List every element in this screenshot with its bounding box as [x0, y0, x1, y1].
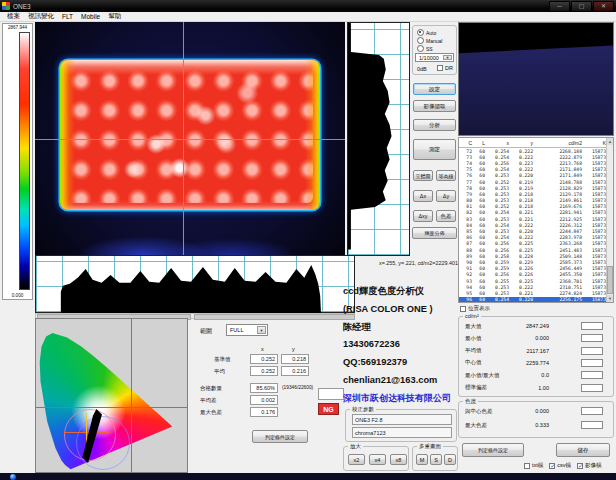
table-row[interactable]: 92600.2560.2262455.35015873 [459, 272, 613, 278]
table-row[interactable]: 83600.2530.2212212.92515873 [459, 216, 613, 222]
contact-line-5: chenlian21@163.com [343, 372, 461, 390]
menu-item-3[interactable]: Mobile [77, 13, 104, 20]
contour-button[interactable]: 等高線 [436, 170, 456, 181]
table-cell: 0.223 [509, 161, 533, 166]
zoom-x4-button[interactable]: x4 [369, 454, 386, 465]
checkbox-icon[interactable]: ✓ [577, 463, 583, 469]
zoom-x8-button[interactable]: x8 [390, 454, 407, 465]
table-row[interactable]: 75600.2540.2222171.84915873 [459, 167, 613, 173]
minimize-button[interactable]: ─ [549, 1, 570, 12]
checkbox-icon[interactable] [524, 463, 530, 469]
zoom-x2-button[interactable]: x2 [348, 454, 365, 465]
table-cell: 15873 [582, 248, 606, 253]
radio-icon[interactable] [417, 29, 424, 36]
range-select[interactable]: FULL ▼ [226, 324, 268, 336]
lum-dist-button[interactable]: 輝度分佈 [412, 227, 457, 239]
table-row[interactable]: 89600.2580.2282509.14815873 [459, 253, 613, 259]
table-row[interactable]: 82600.2540.2212281.94115873 [459, 210, 613, 216]
stat-row-0: 最大值2847.249 [465, 321, 607, 331]
maximize-button[interactable]: ▢ [571, 1, 592, 12]
set-button[interactable]: 設定 [413, 83, 456, 95]
shutter-select[interactable]: 1/10000 ▼ [415, 53, 454, 62]
color-diff-button[interactable]: 色差 [436, 210, 456, 222]
close-button[interactable]: ✕ [593, 1, 614, 12]
table-row[interactable]: 96600.2540.2202256.17515873 [459, 297, 613, 303]
table-row[interactable]: 87600.2560.2252363.26815873 [459, 241, 613, 247]
chroma-stats-group: 色度 與中心色差0.000最大色差0.333 [458, 401, 614, 438]
radio-icon[interactable] [417, 37, 424, 44]
table-row[interactable]: 80600.2530.2182149.86115873 [459, 198, 613, 204]
multi-m-button[interactable]: M [416, 454, 428, 465]
menu-item-0[interactable]: 檔案 [3, 12, 24, 21]
file-option-0[interactable]: txt檔 [524, 462, 543, 469]
exposure-mode-ss[interactable]: SS [417, 45, 433, 52]
exposure-mode-manual[interactable]: Manual [417, 37, 442, 44]
scrollbar-thumb[interactable] [607, 266, 613, 294]
measure-button[interactable]: 測定 [413, 139, 456, 160]
max-diff-field: 0.176 [250, 407, 278, 417]
table-row[interactable]: 81600.2520.2182169.67615873 [459, 204, 613, 210]
table-cell: 60 [472, 248, 485, 253]
delta-y-button[interactable]: Δy [436, 190, 456, 202]
crosshair-horizontal[interactable] [35, 139, 345, 140]
table-row[interactable]: 90600.2590.2292585.37315873 [459, 259, 613, 265]
table-cell: 0.258 [485, 254, 509, 259]
table-scrollbar[interactable]: ▲ ▼ [606, 138, 613, 302]
judge-settings-button-center[interactable]: 判定條件設定 [252, 430, 308, 443]
file-option-2[interactable]: ✓影像檔 [577, 462, 602, 469]
table-cell: 2244.847 [533, 229, 582, 234]
table-row[interactable]: 88600.2560.2252451.48315873 [459, 247, 613, 253]
table-row[interactable]: 72600.2540.2222268.18815873 [459, 148, 613, 154]
table-row[interactable]: 77600.2520.2192148.78815873 [459, 179, 613, 185]
table-row[interactable]: 85600.2530.2202244.84715873 [459, 228, 613, 234]
taskbar [0, 473, 616, 480]
table-row[interactable]: 94600.2530.2222310.75115873 [459, 284, 613, 290]
position-display-checkbox[interactable]: 位置表示 [460, 305, 490, 312]
multi-d-button[interactable]: D [444, 454, 456, 465]
analyze-button[interactable]: 分析 [413, 119, 456, 131]
calibration-group: 校正參數 ONE3 F2.8 chroma7123 [345, 409, 457, 442]
dr-checkbox[interactable]: DR [437, 65, 453, 71]
table-cell: 15873 [582, 149, 606, 154]
table-row[interactable]: 91600.2590.2262456.44915873 [459, 266, 613, 272]
table-row[interactable]: 86600.2540.2222283.97815873 [459, 235, 613, 241]
table-row[interactable]: 76600.2530.2202171.84915873 [459, 173, 613, 179]
table-cell: 60 [472, 272, 485, 277]
stat-value: 0.333 [535, 422, 549, 428]
checkbox-icon[interactable]: ✓ [549, 463, 555, 469]
table-row[interactable]: 79600.2530.2182129.17815873 [459, 191, 613, 197]
radio-icon[interactable] [417, 45, 424, 52]
table-cell: 0.222 [509, 285, 533, 290]
menu-item-4[interactable]: 幫助 [104, 12, 125, 21]
lum-stats-title: cd/m² [463, 313, 481, 319]
save-button[interactable]: 儲存 [556, 443, 610, 457]
title-bar[interactable]: ONE3 ─ ▢ ✕ [0, 0, 616, 12]
calibration-field-2[interactable]: chroma7123 [352, 427, 452, 438]
scroll-up-icon[interactable]: ▲ [607, 138, 613, 145]
position-display-label: 位置表示 [468, 305, 490, 312]
menu-item-1[interactable]: 視訊變化 [24, 12, 58, 21]
table-row[interactable]: 95600.2530.2212274.82415873 [459, 290, 613, 296]
luminance-heatmap[interactable] [35, 22, 345, 255]
table-row[interactable]: 74600.2560.2232213.76815873 [459, 160, 613, 166]
ref-x-field[interactable]: 0.252 [250, 354, 278, 364]
table-row[interactable]: 78600.2530.2192128.82915873 [459, 185, 613, 191]
delta-x-button[interactable]: Δx [413, 190, 433, 202]
file-option-1[interactable]: ✓csv檔 [549, 462, 571, 469]
multi-s-button[interactable]: S [430, 454, 442, 465]
scroll-down-icon[interactable]: ▼ [607, 295, 613, 302]
menu-item-2[interactable]: FLT [58, 13, 77, 20]
table-row[interactable]: 84600.2540.2222226.31215873 [459, 222, 613, 228]
ref-y-field[interactable]: 0.218 [281, 354, 309, 364]
exposure-mode-auto[interactable]: Auto [417, 29, 436, 36]
pass-count-field: 85.60% [250, 383, 278, 393]
delta-xy-button[interactable]: Δxy [413, 210, 433, 222]
map3d-button[interactable]: 立體圖 [413, 170, 433, 181]
judge-settings-button-right[interactable]: 判定條件設定 [462, 443, 524, 457]
capture-button[interactable]: 影像擷取 [413, 100, 456, 112]
table-cell: 0.220 [509, 173, 533, 178]
table-row[interactable]: 93600.2550.2252368.70115873 [459, 278, 613, 284]
table-row[interactable]: 73600.2540.2222222.87915873 [459, 154, 613, 160]
calibration-field-1[interactable]: ONE3 F2.8 [352, 414, 452, 425]
dr-checkbox-box[interactable] [437, 65, 443, 71]
